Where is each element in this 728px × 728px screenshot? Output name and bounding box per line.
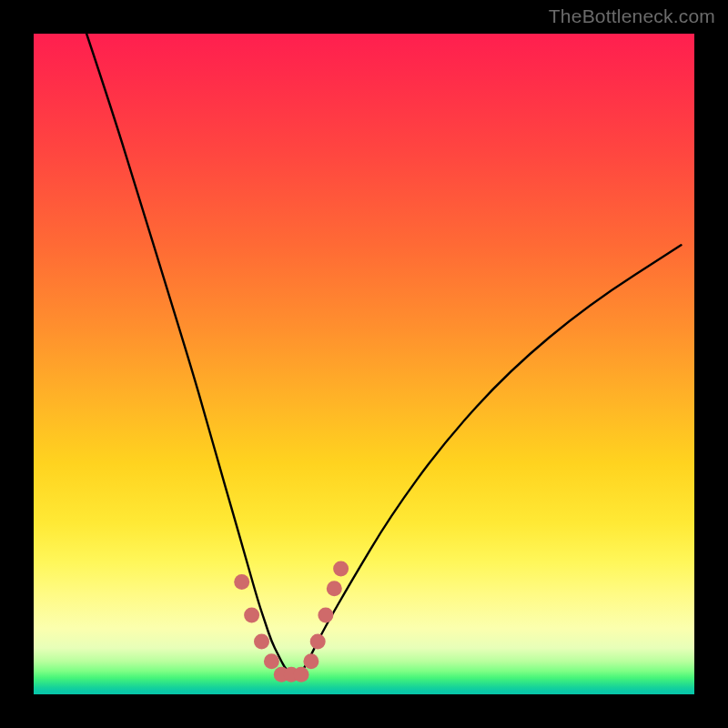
marker-point	[327, 581, 342, 596]
marker-point	[254, 633, 269, 649]
marker-point	[310, 633, 326, 649]
marker-point	[244, 607, 259, 622]
marker-point	[234, 574, 249, 590]
bottleneck-curve	[86, 34, 681, 674]
marker-point	[318, 607, 333, 622]
plot-area	[34, 34, 694, 694]
curve-svg	[34, 34, 694, 694]
marker-point	[264, 653, 279, 669]
marker-point	[303, 653, 318, 669]
marker-point	[294, 667, 309, 682]
watermark-text: TheBottleneck.com	[549, 5, 715, 27]
marker-point	[333, 561, 349, 577]
chart-frame: TheBottleneck.com	[0, 0, 728, 728]
